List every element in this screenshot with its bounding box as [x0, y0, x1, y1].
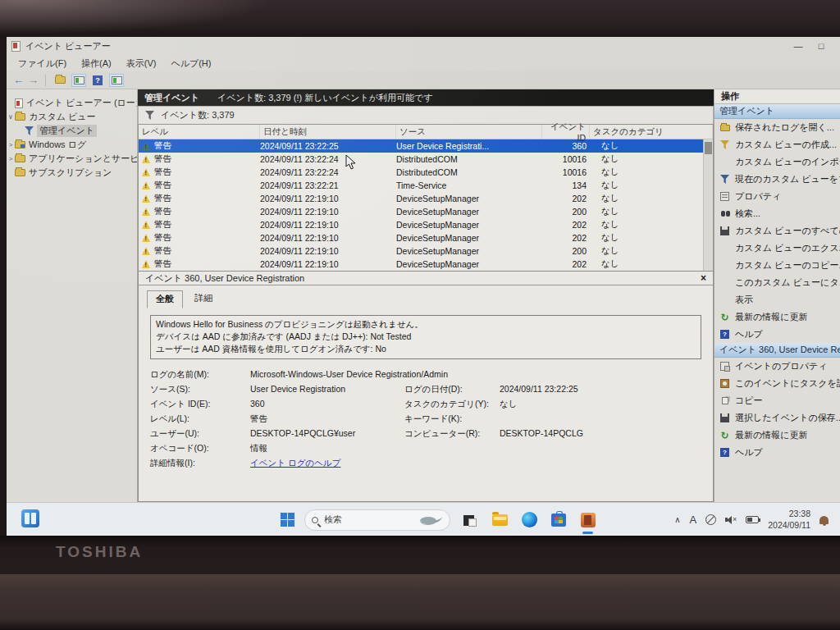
scrollbar-thumb[interactable]: [705, 142, 712, 154]
action-save-all-events[interactable]: カスタム ビューのすべてのイベント...: [714, 222, 840, 240]
action-label: カスタム ビューのすべてのイベント...: [735, 225, 840, 237]
tab-general[interactable]: 全般: [147, 290, 183, 308]
action-refresh[interactable]: ↻ 最新の情報に更新: [714, 308, 840, 326]
action-attach-task-to-event[interactable]: このイベントにタスクを設定...: [714, 375, 840, 392]
action-event-properties[interactable]: イベントのプロパティ: [714, 358, 840, 375]
ime-mode-indicator[interactable]: A: [690, 514, 697, 526]
column-header-date[interactable]: 日付と時刻: [260, 125, 396, 139]
action-properties[interactable]: プロパティ: [714, 188, 840, 205]
table-row[interactable]: !警告 2024/09/11 23:22:24 DistributedCOM 1…: [139, 166, 713, 179]
action-view[interactable]: 表示: [714, 291, 840, 308]
menu-file[interactable]: ファイル(F): [11, 56, 73, 71]
tree-item-subscriptions[interactable]: サブスクリプション: [7, 166, 137, 180]
menu-help[interactable]: ヘルプ(H): [164, 56, 217, 71]
action-copy[interactable]: コピー: [714, 392, 840, 409]
action-help-event[interactable]: ? ヘルプ: [714, 444, 840, 461]
cell-date: 2024/09/11 23:22:21: [260, 180, 396, 190]
muted-speaker-icon[interactable]: ×: [725, 515, 737, 525]
laptop-bezel-top: [0, 0, 840, 37]
battery-icon[interactable]: [746, 516, 759, 523]
forward-arrow-icon[interactable]: →: [28, 75, 39, 85]
cell-source: DistributedCOM: [396, 154, 542, 164]
warning-icon: !: [142, 234, 150, 242]
actions-panel-title: 操作: [714, 89, 840, 104]
help-button[interactable]: ?: [90, 74, 105, 87]
action-refresh-event[interactable]: ↻ 最新の情報に更新: [714, 427, 840, 444]
event-log-help-link[interactable]: イベント ログのヘルプ: [250, 458, 340, 468]
action-create-custom-view[interactable]: カスタム ビューの作成...: [714, 136, 840, 153]
show-hide-pane-button[interactable]: [109, 74, 124, 87]
action-filter-current-view[interactable]: 現在のカスタム ビューをフィルター...: [714, 171, 840, 188]
table-row[interactable]: !警告 2024/09/11 22:19:10 DeviceSetupManag…: [139, 192, 713, 205]
table-row[interactable]: !警告 2024/09/11 23:22:24 DistributedCOM 1…: [139, 153, 713, 166]
action-save-selected-events[interactable]: 選択したイベントの保存...: [714, 409, 840, 427]
maximize-button[interactable]: □: [815, 41, 827, 51]
file-explorer-icon[interactable]: [490, 510, 509, 530]
running-app-icon[interactable]: [578, 510, 598, 530]
tree-item-custom-views[interactable]: ∨ カスタム ビュー: [7, 110, 137, 124]
tree-item-admin-events[interactable]: 管理イベント: [7, 124, 137, 138]
task-view-icon[interactable]: [460, 510, 480, 530]
actions-section-admin-events[interactable]: 管理イベント: [714, 104, 840, 119]
action-help[interactable]: ? ヘルプ: [714, 326, 840, 343]
window-titlebar[interactable]: イベント ビューアー — □: [7, 37, 840, 55]
start-button[interactable]: [281, 513, 294, 527]
console-window-button[interactable]: [71, 74, 86, 87]
back-arrow-icon[interactable]: ←: [13, 75, 24, 85]
create-filter-icon: [719, 140, 730, 149]
cell-date: 2024/09/11 22:19:10: [260, 233, 396, 243]
field-label-event-id: イベント ID(E):: [150, 399, 250, 410]
table-row[interactable]: !警告 2024/09/11 22:19:10 DeviceSetupManag…: [139, 218, 713, 231]
menu-action[interactable]: 操作(A): [75, 56, 118, 71]
windows-logs-folder-icon: [15, 141, 25, 148]
field-label-user: ユーザー(U):: [150, 428, 250, 440]
table-row[interactable]: !警告 2024/09/11 22:19:10 DeviceSetupManag…: [139, 244, 713, 258]
close-icon[interactable]: ×: [701, 272, 706, 284]
actions-section-title: イベント 360, User Device Registrat...: [719, 344, 840, 356]
table-row[interactable]: !警告 2024/09/11 22:19:10 DeviceSetupManag…: [139, 205, 713, 218]
table-row[interactable]: !警告 2024/09/11 22:19:10 DeviceSetupManag…: [139, 231, 713, 244]
minimize-button[interactable]: —: [792, 41, 804, 51]
column-header-level[interactable]: レベル: [139, 125, 260, 139]
action-open-saved-log[interactable]: 保存されたログを開く...: [714, 119, 840, 136]
action-find[interactable]: 検索...: [714, 205, 840, 222]
actions-section-selected-event[interactable]: イベント 360, User Device Registrat...: [714, 343, 840, 358]
action-export-custom-view[interactable]: カスタム ビューのエクスポート...: [714, 240, 840, 257]
search-input[interactable]: 検索: [304, 509, 450, 531]
laptop-photo: イベント ビューアー — □ ファイル(F) 操作(A) 表示(V) ヘルプ(H…: [0, 0, 840, 630]
open-saved-log-button[interactable]: [52, 74, 67, 87]
menu-view[interactable]: 表示(V): [120, 56, 163, 71]
tray-chevron-up-icon[interactable]: ∧: [674, 515, 680, 524]
event-message-box[interactable]: Windows Hello for Business のプロビジョニングは起動さ…: [150, 315, 701, 359]
no-network-icon[interactable]: [705, 514, 716, 525]
notification-bell-icon[interactable]: [819, 516, 829, 524]
action-import-custom-view[interactable]: カスタム ビューのインポート...: [714, 153, 840, 171]
warning-icon: !: [142, 247, 150, 255]
table-row[interactable]: !警告 2024/09/11 23:22:21 Time-Service 134…: [139, 179, 713, 192]
edge-browser-icon[interactable]: [519, 510, 539, 530]
column-header-event-id[interactable]: イベント ID: [542, 125, 590, 139]
cell-task-category: なし: [590, 193, 713, 204]
widgets-icon[interactable]: [21, 509, 39, 527]
tab-details[interactable]: 詳細: [186, 290, 221, 308]
chevron-right-icon[interactable]: ˃: [7, 155, 15, 162]
action-copy-custom-view[interactable]: カスタム ビューのコピー...: [714, 257, 840, 274]
vertical-scrollbar[interactable]: [703, 139, 713, 271]
table-row[interactable]: !警告 2024/09/11 22:19:10 DeviceSetupManag…: [139, 258, 713, 271]
open-folder-icon: [55, 76, 66, 84]
warning-icon: !: [142, 181, 150, 189]
clock[interactable]: 23:38 2024/09/11: [768, 509, 810, 530]
column-header-source[interactable]: ソース: [396, 125, 542, 139]
tree-item-app-logs[interactable]: ˃ アプリケーションとサービス ログ: [7, 152, 137, 166]
action-label: カスタム ビューのインポート...: [735, 156, 840, 168]
table-row[interactable]: !警告 2024/09/11 23:22:25 User Device Regi…: [139, 139, 713, 153]
properties-icon: [719, 192, 730, 201]
tree-item-windows-logs[interactable]: ˃ Windows ログ: [7, 138, 137, 152]
chevron-down-icon[interactable]: ∨: [7, 113, 15, 121]
column-header-task-category[interactable]: タスクのカテゴリ: [590, 125, 713, 139]
tree-item-event-viewer-root[interactable]: イベント ビューアー (ローカル): [7, 96, 137, 110]
microsoft-store-icon[interactable]: [549, 510, 568, 530]
action-attach-task-to-view[interactable]: このカスタム ビューにタスクを設定...: [714, 274, 840, 291]
action-label: 現在のカスタム ビューをフィルター...: [735, 173, 840, 185]
chevron-right-icon[interactable]: ˃: [7, 141, 15, 148]
